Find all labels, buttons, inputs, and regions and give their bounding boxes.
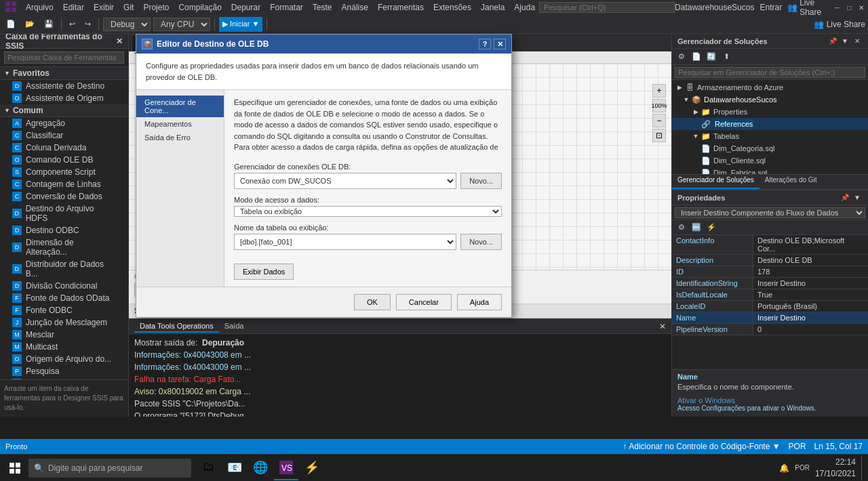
zoom-in-button[interactable]: + <box>652 84 666 98</box>
menu-janela[interactable]: Janela <box>477 1 509 14</box>
novo-conn-btn[interactable]: Novo... <box>460 173 502 189</box>
props-obj-dropdown[interactable]: Inserir Destino Componente do Fluxo de D… <box>675 207 865 218</box>
props-chevron-btn[interactable]: ▼ <box>852 192 863 203</box>
toolbox-item-assistente-destino[interactable]: D Assistente de Destino <box>0 80 128 92</box>
menu-analise[interactable]: Análise <box>338 1 372 14</box>
nav-mapeamentos[interactable]: Mapeamentos <box>136 117 224 131</box>
toolbox-item-comando-oledb[interactable]: O Comando OLE DB <box>0 154 128 166</box>
sol-refresh-btn[interactable]: 🔄 <box>705 50 718 64</box>
platform-dropdown[interactable]: Any CPU <box>153 18 210 31</box>
toolbox-item-fonte-odata[interactable]: F Fonte de Dados OData <box>0 292 128 304</box>
sol-properties-btn[interactable]: ⚙ <box>675 50 688 64</box>
menu-compilacao[interactable]: Compilação <box>174 1 225 14</box>
table-select[interactable]: [dbo].[fato_001] <box>234 234 456 250</box>
props-toolbar-btn1[interactable]: ⚙ <box>675 221 688 234</box>
taskbar-browser[interactable]: 🌐 <box>248 456 273 480</box>
taskbar-mail[interactable]: 📧 <box>222 456 247 480</box>
title-search-input[interactable] <box>539 2 675 13</box>
close-button[interactable]: ✕ <box>856 3 866 12</box>
menu-ferramentas[interactable]: Ferramentas <box>374 1 428 14</box>
toolbox-item-fonte-odbc[interactable]: F Fonte ODBC <box>0 304 128 316</box>
props-pin-btn[interactable]: 📌 <box>840 192 850 203</box>
toolbox-item-agregacao[interactable]: A Agregação <box>0 117 128 129</box>
conn-manager-select[interactable]: Conexão com DW_SUCOS <box>234 173 456 189</box>
toolbox-item-conversao[interactable]: C Conversão de Dados <box>0 190 128 203</box>
chevron-button[interactable]: ▼ <box>840 36 850 47</box>
menu-projeto[interactable]: Projeto <box>139 1 173 14</box>
tree-item-dw[interactable]: ▼ 📦 DatawarehouseSucos <box>672 93 868 106</box>
toolbar-undo[interactable]: ↩ <box>66 17 79 32</box>
access-mode-select[interactable]: Tabela ou exibição <box>234 206 502 217</box>
dialog-close-btn[interactable]: ✕ <box>494 39 506 49</box>
start-button[interactable]: ▶ Iniciar ▼ <box>219 17 262 32</box>
windows-start-button[interactable] <box>4 457 26 479</box>
tree-item-dim-categoria[interactable]: 📄 Dim_Categoria.sql <box>672 142 868 154</box>
toolbox-item-destino-hdfs[interactable]: D Destino do Arquivo HDFS <box>0 203 128 224</box>
props-config-link[interactable]: Acesso Configurações para ativar o Windo… <box>677 404 863 412</box>
nav-saida-erro[interactable]: Saída de Erro <box>136 131 224 144</box>
toolbar-open[interactable]: 📂 <box>22 17 38 32</box>
menu-ajuda[interactable]: Ajuda <box>510 1 539 14</box>
toolbar-redo[interactable]: ↪ <box>81 17 94 32</box>
taskbar-show-desktop[interactable] <box>861 456 864 480</box>
taskbar-code[interactable]: ⚡ <box>300 456 324 480</box>
toolbox-section-header-comum[interactable]: ▼ Comum <box>0 104 128 117</box>
menu-extensoes[interactable]: Extensões <box>429 1 475 14</box>
nav-gerenciador[interactable]: Gerenciador de Cone... <box>136 96 224 117</box>
toolbox-item-coluna-derivada[interactable]: C Coluna Derivada <box>0 142 128 154</box>
sol-close-button[interactable]: ✕ <box>852 36 863 47</box>
menu-git[interactable]: Git <box>119 1 138 14</box>
toolbox-close-icon[interactable]: ✕ <box>116 37 123 46</box>
menu-exibir[interactable]: Exibir <box>90 1 118 14</box>
toolbox-item-destino-odbc[interactable]: D Destino ODBC <box>0 224 128 236</box>
sign-in-button[interactable]: Entrar <box>760 3 782 12</box>
toolbox-item-juncao[interactable]: J Junção de Mesclagem <box>0 316 128 329</box>
tab-git[interactable]: Alterações do Git <box>760 175 823 189</box>
toolbox-item-divisao[interactable]: D Divisão Condicional <box>0 280 128 292</box>
pin-button[interactable]: 📌 <box>827 36 838 47</box>
menu-arquivo[interactable]: Arquivo <box>22 1 58 14</box>
menu-teste[interactable]: Teste <box>309 1 336 14</box>
props-activate-link[interactable]: Ativar o Windows <box>677 396 863 404</box>
restore-button[interactable]: □ <box>844 3 854 12</box>
tree-item-references[interactable]: 🔗 References <box>672 118 868 130</box>
toolbox-item-dimensao[interactable]: D Dimensão de Alteração... <box>0 236 128 258</box>
minimize-button[interactable]: ─ <box>832 3 842 12</box>
menu-depurar[interactable]: Depurar <box>227 1 264 14</box>
help-button[interactable]: Ajuda <box>457 294 502 310</box>
props-toolbar-btn3[interactable]: ⚡ <box>705 221 718 234</box>
zoom-fit-button[interactable]: ⊡ <box>652 129 666 142</box>
tree-item-dim-fabrica[interactable]: 📄 Dim_Fabrica.sql <box>672 167 868 174</box>
exibir-dados-btn[interactable]: Exibir Dados <box>234 264 294 280</box>
toolbox-item-classificar[interactable]: C Classificar <box>0 129 128 142</box>
solution-search-input[interactable] <box>675 67 865 78</box>
liveshare-toolbar[interactable]: 👥 Live Share <box>814 20 865 29</box>
dialog-help-btn[interactable]: ? <box>479 39 491 49</box>
toolbar-new[interactable]: 📄 <box>3 17 19 32</box>
output-close-icon[interactable]: ✕ <box>659 322 666 331</box>
tree-item-dim-cliente[interactable]: 📄 Dim_Cliente.sql <box>672 154 868 167</box>
menu-formatar[interactable]: Formatar <box>266 1 307 14</box>
output-tab-saida[interactable]: Saída <box>219 320 250 333</box>
sol-show-all-btn[interactable]: 📄 <box>690 50 703 64</box>
props-toolbar-btn2[interactable]: 🔤 <box>690 221 703 234</box>
zoom-out-button[interactable]: − <box>652 114 666 127</box>
add-source-control[interactable]: ↑ Adicionar no Controle do Código-Fonte … <box>623 442 781 451</box>
taskbar-vs[interactable]: VS <box>274 456 298 480</box>
cancel-button[interactable]: Cancelar <box>396 294 452 310</box>
toolbox-item-componente-script[interactable]: S Componente Script <box>0 166 128 178</box>
novo-table-btn[interactable]: Novo... <box>460 234 502 250</box>
taskbar-search-box[interactable]: 🔍 Digite aqui para pesquisar <box>28 459 191 478</box>
debug-mode-dropdown[interactable]: Debug <box>103 18 151 31</box>
tree-item-azure-storage[interactable]: ▶ 🗄 Armazenamento do Azure <box>672 81 868 93</box>
tab-gerenciador[interactable]: Gerenciador de Soluções <box>672 175 760 189</box>
live-share-button[interactable]: 👥 Live Share <box>787 0 821 17</box>
taskbar-notification-icon[interactable]: 🔔 <box>779 463 789 473</box>
toolbar-save[interactable]: 💾 <box>41 17 57 32</box>
toolbox-item-distribuidor[interactable]: D Distribuidor de Dados B... <box>0 258 128 280</box>
ok-button[interactable]: OK <box>354 294 391 310</box>
toolbox-item-assistente-origem[interactable]: O Assistente de Origem <box>0 92 128 104</box>
toolbox-section-header-favoritos[interactable]: ▼ Favoritos <box>0 67 128 80</box>
output-tab-data-tools[interactable]: Data Tools Operations <box>134 320 219 333</box>
toolbox-item-origem-arquivo[interactable]: O Origem de Arquivo do... <box>0 353 128 365</box>
